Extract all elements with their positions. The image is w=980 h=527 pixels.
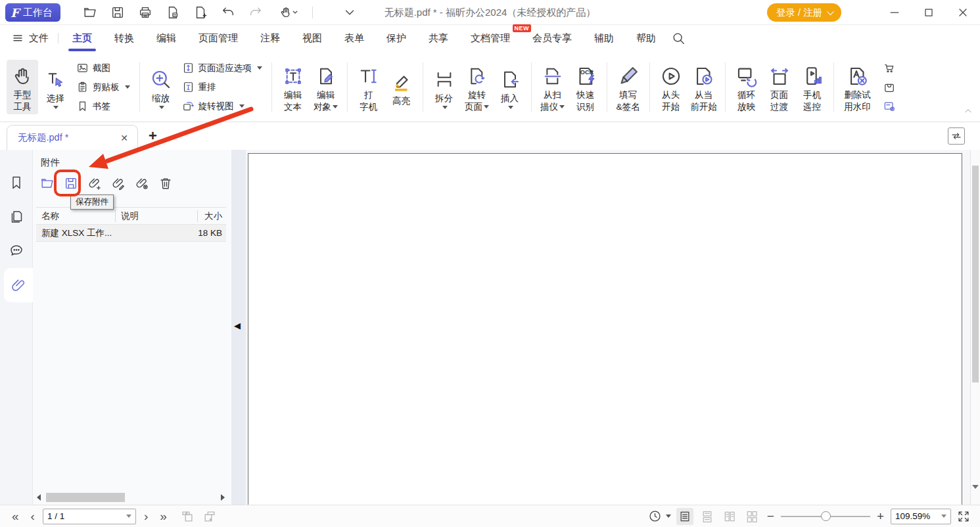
last-page-button[interactable]: »	[156, 510, 171, 522]
typewriter-button[interactable]: 打 字机	[353, 60, 385, 115]
next-page-button[interactable]: ›	[140, 510, 152, 522]
highlight-button[interactable]: 高亮	[386, 66, 417, 109]
new-page-button[interactable]	[193, 5, 208, 20]
menu-tab-home[interactable]: 主页	[61, 26, 103, 51]
scroll-down-arrow[interactable]	[972, 489, 979, 501]
save-file-button[interactable]	[110, 5, 126, 20]
minimize-button[interactable]	[877, 0, 912, 25]
phone-remote-button[interactable]: 手机 遥控	[797, 60, 828, 115]
menu-tab-share[interactable]: 共享	[417, 26, 459, 51]
menu-tab-form[interactable]: 表单	[333, 26, 375, 51]
page-number-combobox[interactable]: 1 / 1	[43, 509, 136, 524]
from-scanner-button[interactable]: 从扫 描仪	[537, 60, 569, 115]
zoom-out-button[interactable]: −	[766, 510, 776, 522]
panel-resize-divider[interactable]: ◀	[231, 150, 246, 505]
close-tab-icon[interactable]: ✕	[118, 131, 131, 145]
horizontal-scroll-thumb[interactable]	[46, 493, 125, 502]
zoom-level-combobox[interactable]: 109.59%	[891, 509, 951, 524]
attachment-row[interactable]: 新建 XLSX 工作... 18 KB	[36, 225, 226, 242]
remove-trial-watermark-button[interactable]: 删除试 用水印	[839, 60, 876, 115]
bookmarks-panel-button[interactable]	[0, 166, 33, 200]
zoom-button[interactable]: 缩放	[145, 63, 177, 112]
attachments-panel-button[interactable]	[4, 268, 33, 302]
column-header-name[interactable]: 名称	[36, 210, 115, 222]
insert-button[interactable]: 插入	[494, 63, 526, 112]
document-tab-active[interactable]: 无标题.pdf * ✕	[7, 125, 138, 150]
login-register-button[interactable]: 登录 / 注册	[767, 3, 841, 22]
pages-panel-button[interactable]	[0, 200, 33, 234]
shop-bag-button[interactable]	[883, 81, 896, 94]
edit-text-button[interactable]: 编辑 文本	[277, 60, 309, 115]
share-settings-button[interactable]	[883, 100, 896, 113]
swap-panel-button[interactable]	[948, 127, 965, 145]
reading-history-button[interactable]	[648, 509, 671, 523]
menu-tab-view[interactable]: 视图	[291, 26, 333, 51]
fit-options-button[interactable]: 页面适应选项	[178, 60, 266, 77]
fullscreen-icon[interactable]	[956, 509, 971, 524]
loop-play-button[interactable]: 循环 放映	[731, 60, 762, 115]
menu-tab-doc-management[interactable]: 文档管理 NEW	[459, 26, 521, 51]
scroll-right-arrow[interactable]	[217, 492, 229, 503]
new-tab-button[interactable]: +	[149, 129, 157, 143]
open-file-button[interactable]	[82, 5, 98, 20]
maximize-button[interactable]	[912, 0, 946, 25]
save-attachment-button[interactable]	[63, 175, 79, 191]
menu-tab-edit[interactable]: 编辑	[145, 26, 187, 51]
page-transition-button[interactable]: 页面 过渡	[764, 60, 795, 115]
comments-panel-button[interactable]	[0, 234, 33, 268]
customize-toolbar-button[interactable]	[342, 5, 358, 20]
column-header-size[interactable]: 大小	[197, 210, 226, 222]
delete-attachment-button[interactable]	[158, 175, 174, 191]
fill-sign-button[interactable]: 填写 &签名	[613, 60, 644, 115]
clipboard-button[interactable]: 剪贴板	[72, 79, 134, 96]
select-button[interactable]: 选择	[39, 63, 71, 112]
menu-file[interactable]: 文件	[12, 32, 58, 45]
attachment-settings-button[interactable]	[134, 175, 150, 191]
collapse-ribbon-button[interactable]	[963, 106, 973, 116]
edit-object-button[interactable]: 编辑 对象	[310, 60, 342, 115]
zoom-slider[interactable]	[781, 509, 870, 524]
previous-view-icon[interactable]	[180, 509, 195, 524]
add-attachment-button[interactable]	[87, 175, 103, 191]
bookmark-button[interactable]: 书签	[72, 98, 134, 115]
reflow-button[interactable]: 重排	[178, 79, 266, 96]
menu-tab-convert[interactable]: 转换	[103, 26, 145, 51]
print-button[interactable]	[137, 5, 153, 20]
single-page-view-button[interactable]	[676, 508, 693, 525]
continuous-view-button[interactable]	[699, 508, 716, 525]
two-page-view-button[interactable]	[721, 508, 738, 525]
rotate-view-button[interactable]: 旋转视图	[178, 98, 266, 115]
pdf-page[interactable]	[248, 153, 962, 521]
duplicate-page-button[interactable]	[165, 5, 181, 20]
edit-attachment-description-button[interactable]	[110, 175, 126, 191]
two-page-continuous-button[interactable]	[743, 508, 760, 525]
first-page-button[interactable]: «	[8, 510, 23, 522]
menu-tab-help[interactable]: 帮助	[625, 26, 667, 51]
menu-tab-accessibility[interactable]: 辅助	[583, 26, 625, 51]
scroll-left-arrow[interactable]	[33, 492, 45, 503]
rotate-page-button[interactable]: 旋转 页面	[461, 60, 493, 115]
hand-tool-button[interactable]: 手型 工具	[7, 60, 38, 115]
close-button[interactable]	[946, 0, 980, 25]
column-header-description[interactable]: 说明	[115, 210, 197, 222]
menu-tab-member[interactable]: 会员专享	[521, 26, 583, 51]
quick-ocr-button[interactable]: OCR 快速 识别	[570, 60, 601, 115]
hand-mode-button[interactable]	[275, 5, 300, 20]
open-attachment-button[interactable]	[39, 175, 55, 191]
screenshot-button[interactable]: 截图	[72, 60, 134, 77]
document-vertical-scrollbar[interactable]	[970, 150, 980, 505]
panel-horizontal-scrollbar[interactable]	[33, 492, 231, 503]
redo-button[interactable]	[248, 5, 264, 20]
vertical-scroll-thumb[interactable]	[972, 166, 979, 382]
menu-tab-comment[interactable]: 注释	[249, 26, 291, 51]
ribbon-search-button[interactable]	[671, 31, 686, 45]
previous-page-button[interactable]: ‹	[27, 510, 39, 522]
next-view-icon[interactable]	[202, 509, 217, 524]
collapse-panel-button[interactable]: ◀	[234, 321, 241, 331]
play-from-beginning-button[interactable]: 从头 开始	[655, 60, 687, 115]
play-from-current-button[interactable]: 从当 前开始	[688, 60, 720, 115]
menu-tab-page-management[interactable]: 页面管理	[187, 26, 249, 51]
zoom-slider-handle[interactable]	[821, 511, 831, 521]
store-cart-button[interactable]	[883, 62, 896, 75]
zoom-in-button[interactable]: +	[875, 510, 885, 522]
